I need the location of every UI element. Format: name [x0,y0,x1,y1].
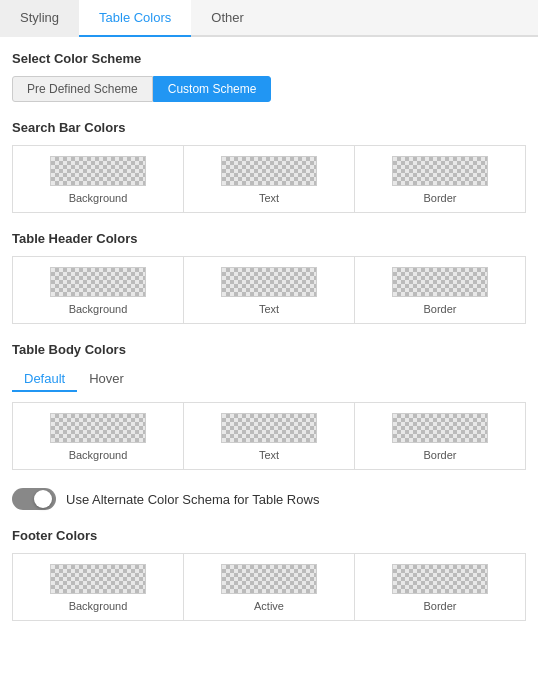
footer-bg-label: Background [69,600,128,612]
table-header-colors-title: Table Header Colors [12,231,526,246]
header-text-cell[interactable]: Text [184,257,355,323]
footer-border-cell[interactable]: Border [355,554,525,620]
search-bar-colors-title: Search Bar Colors [12,120,526,135]
custom-scheme-button[interactable]: Custom Scheme [153,76,272,102]
search-border-swatch[interactable] [392,156,488,186]
footer-bg-cell[interactable]: Background [13,554,184,620]
search-text-swatch[interactable] [221,156,317,186]
header-bg-cell[interactable]: Background [13,257,184,323]
tab-other[interactable]: Other [191,0,264,37]
header-border-label: Border [423,303,456,315]
table-header-colors-group: Table Header Colors Background Text Bord… [12,231,526,324]
footer-active-swatch[interactable] [221,564,317,594]
main-content: Select Color Scheme Pre Defined Scheme C… [0,37,538,653]
footer-swatch-row: Background Active Border [12,553,526,621]
search-bg-label: Background [69,192,128,204]
search-bg-cell[interactable]: Background [13,146,184,212]
header-bg-label: Background [69,303,128,315]
footer-active-label: Active [254,600,284,612]
search-bar-colors-group: Search Bar Colors Background Text Border [12,120,526,213]
alternate-color-toggle[interactable] [12,488,56,510]
header-border-swatch[interactable] [392,267,488,297]
search-bg-swatch[interactable] [50,156,146,186]
footer-bg-swatch[interactable] [50,564,146,594]
alternate-color-label: Use Alternate Color Schema for Table Row… [66,492,319,507]
body-sub-tabs: Default Hover [12,367,526,392]
alternate-color-toggle-row: Use Alternate Color Schema for Table Row… [12,488,526,510]
body-bg-label: Background [69,449,128,461]
table-body-colors-group: Table Body Colors Default Hover Backgrou… [12,342,526,470]
sub-tab-default[interactable]: Default [12,367,77,392]
footer-colors-title: Footer Colors [12,528,526,543]
body-border-swatch[interactable] [392,413,488,443]
header-border-cell[interactable]: Border [355,257,525,323]
color-scheme-title: Select Color Scheme [12,51,526,66]
table-header-swatch-row: Background Text Border [12,256,526,324]
search-border-label: Border [423,192,456,204]
footer-border-label: Border [423,600,456,612]
scheme-buttons: Pre Defined Scheme Custom Scheme [12,76,526,102]
tab-table-colors[interactable]: Table Colors [79,0,191,37]
header-text-label: Text [259,303,279,315]
body-border-label: Border [423,449,456,461]
search-bar-swatch-row: Background Text Border [12,145,526,213]
search-text-label: Text [259,192,279,204]
predefined-scheme-button[interactable]: Pre Defined Scheme [12,76,153,102]
header-text-swatch[interactable] [221,267,317,297]
search-text-cell[interactable]: Text [184,146,355,212]
body-border-cell[interactable]: Border [355,403,525,469]
body-text-cell[interactable]: Text [184,403,355,469]
tab-styling[interactable]: Styling [0,0,79,37]
body-bg-swatch[interactable] [50,413,146,443]
sub-tab-hover[interactable]: Hover [77,367,136,392]
footer-border-swatch[interactable] [392,564,488,594]
body-text-label: Text [259,449,279,461]
search-border-cell[interactable]: Border [355,146,525,212]
footer-colors-group: Footer Colors Background Active Border [12,528,526,621]
body-text-swatch[interactable] [221,413,317,443]
body-bg-cell[interactable]: Background [13,403,184,469]
footer-active-cell[interactable]: Active [184,554,355,620]
table-body-colors-title: Table Body Colors [12,342,526,357]
toggle-thumb [34,490,52,508]
table-body-swatch-row: Background Text Border [12,402,526,470]
tab-bar: Styling Table Colors Other [0,0,538,37]
header-bg-swatch[interactable] [50,267,146,297]
